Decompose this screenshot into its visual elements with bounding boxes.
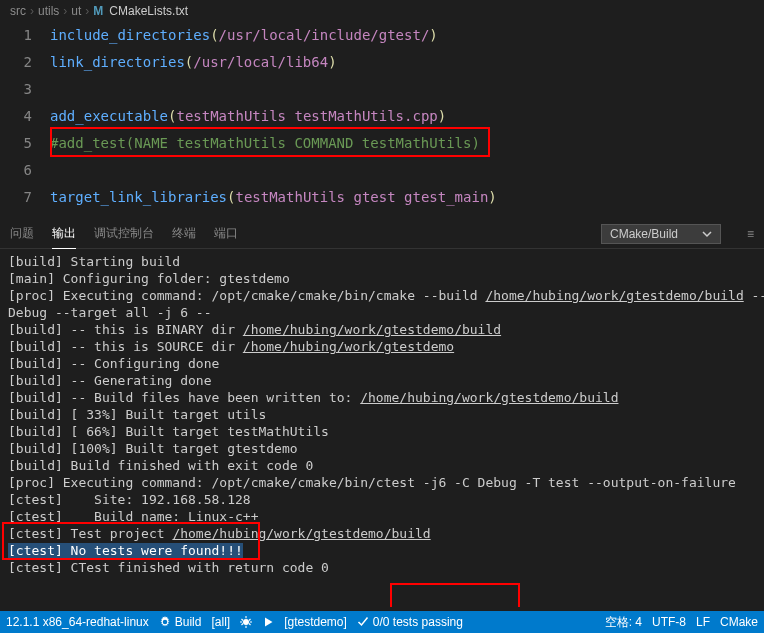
breadcrumb-item[interactable]: src bbox=[10, 4, 26, 18]
path-link[interactable]: /home/hubing/work/gtestdemo/build bbox=[485, 288, 743, 303]
status-launch-target[interactable]: [gtestdemo] bbox=[284, 615, 347, 629]
output-line: [proc] Executing command: /opt/cmake/cma… bbox=[8, 474, 756, 491]
path-link[interactable]: /home/hubing/work/gtestdemo/build bbox=[360, 390, 618, 405]
code-line[interactable]: 1 include_directories(/usr/local/include… bbox=[0, 22, 764, 49]
status-eol[interactable]: LF bbox=[696, 615, 710, 629]
tab-ports[interactable]: 端口 bbox=[214, 219, 238, 248]
tab-debug-console[interactable]: 调试控制台 bbox=[94, 219, 154, 248]
status-encoding[interactable]: UTF-8 bbox=[652, 615, 686, 629]
code-line[interactable]: 4 add_executable(testMathUtils testMathU… bbox=[0, 103, 764, 130]
path-link[interactable]: /home/hubing/work/gtestdemo/build bbox=[243, 322, 501, 337]
output-line: [build] -- this is SOURCE dir /home/hubi… bbox=[8, 338, 756, 355]
output-line: [build] -- this is BINARY dir /home/hubi… bbox=[8, 321, 756, 338]
editor[interactable]: 1 include_directories(/usr/local/include… bbox=[0, 22, 764, 211]
line-number: 7 bbox=[0, 184, 50, 211]
status-build-target[interactable]: [all] bbox=[211, 615, 230, 629]
tab-terminal[interactable]: 终端 bbox=[172, 219, 196, 248]
tab-problems[interactable]: 问题 bbox=[10, 219, 34, 248]
line-number: 1 bbox=[0, 22, 50, 49]
line-number: 2 bbox=[0, 49, 50, 76]
line-number: 5 bbox=[0, 130, 50, 157]
chevron-right-icon: › bbox=[30, 4, 34, 18]
tab-output[interactable]: 输出 bbox=[52, 219, 76, 249]
line-number: 3 bbox=[0, 76, 50, 103]
status-bar: 12.1.1 x86_64-redhat-linux Build [all] [… bbox=[0, 611, 764, 633]
output-line: [proc] Executing command: /opt/cmake/cma… bbox=[8, 287, 756, 304]
status-debug[interactable] bbox=[240, 616, 252, 628]
breadcrumb-item[interactable]: utils bbox=[38, 4, 59, 18]
chevron-right-icon: › bbox=[85, 4, 89, 18]
panel-tabs: 问题 输出 调试控制台 终端 端口 CMake/Build ≡ bbox=[0, 219, 764, 249]
status-language[interactable]: CMake bbox=[720, 615, 758, 629]
status-tests[interactable]: 0/0 tests passing bbox=[357, 615, 463, 629]
chevron-right-icon: › bbox=[63, 4, 67, 18]
clear-output-icon[interactable]: ≡ bbox=[747, 227, 754, 241]
output-line: [build] -- Build files have been written… bbox=[8, 389, 756, 406]
output-line: [build] [ 33%] Built target utils bbox=[8, 406, 756, 423]
breadcrumb: src › utils › ut › M CMakeLists.txt bbox=[0, 0, 764, 22]
code-line[interactable]: 2 link_directories(/usr/local/lib64) bbox=[0, 49, 764, 76]
output-line: [build] [100%] Built target gtestdemo bbox=[8, 440, 756, 457]
status-build[interactable]: Build bbox=[159, 615, 202, 629]
output-line: [ctest] Build name: Linux-c++ bbox=[8, 508, 756, 525]
status-indent[interactable]: 空格: 4 bbox=[605, 614, 642, 631]
check-icon bbox=[357, 616, 369, 628]
output-line: [build] Build finished with exit code 0 bbox=[8, 457, 756, 474]
line-number: 4 bbox=[0, 103, 50, 130]
output-line: [ctest] No tests were found!!! bbox=[8, 542, 756, 559]
output-line: [build] -- Generating done bbox=[8, 372, 756, 389]
code-line[interactable]: 7 target_link_libraries(testMathUtils gt… bbox=[0, 184, 764, 211]
status-toolchain[interactable]: 12.1.1 x86_64-redhat-linux bbox=[6, 615, 149, 629]
output-line: [main] Configuring folder: gtestdemo bbox=[8, 270, 756, 287]
svg-point-0 bbox=[243, 619, 249, 625]
breadcrumb-file[interactable]: CMakeLists.txt bbox=[109, 4, 188, 18]
gear-icon bbox=[159, 616, 171, 628]
path-link[interactable]: /home/hubing/work/gtestdemo/build bbox=[172, 526, 430, 541]
output-line: [build] Starting build bbox=[8, 253, 756, 270]
bug-icon bbox=[240, 616, 252, 628]
highlight-box bbox=[390, 583, 520, 607]
breadcrumb-item[interactable]: ut bbox=[71, 4, 81, 18]
path-link[interactable]: /home/hubing/work/gtestdemo bbox=[243, 339, 454, 354]
output-line: [ctest] Test project /home/hubing/work/g… bbox=[8, 525, 756, 542]
output-channel-select[interactable]: CMake/Build bbox=[601, 224, 721, 244]
output-line: [ctest] CTest finished with return code … bbox=[8, 559, 756, 576]
output-line: Debug --target all -j 6 -- bbox=[8, 304, 756, 321]
code-line[interactable]: 3 bbox=[0, 76, 764, 103]
play-icon bbox=[262, 616, 274, 628]
output-line: [ctest] Site: 192.168.58.128 bbox=[8, 491, 756, 508]
status-run[interactable] bbox=[262, 616, 274, 628]
code-line[interactable]: 5 #add_test(NAME testMathUtils COMMAND t… bbox=[0, 130, 764, 157]
chevron-down-icon bbox=[702, 229, 712, 239]
line-number: 6 bbox=[0, 157, 50, 184]
code-line[interactable]: 6 bbox=[0, 157, 764, 184]
output-line: [build] -- Configuring done bbox=[8, 355, 756, 372]
cmake-file-icon: M bbox=[93, 4, 103, 18]
output-panel[interactable]: [build] Starting build [main] Configurin… bbox=[0, 249, 764, 607]
output-line: [build] [ 66%] Built target testMathUtil… bbox=[8, 423, 756, 440]
